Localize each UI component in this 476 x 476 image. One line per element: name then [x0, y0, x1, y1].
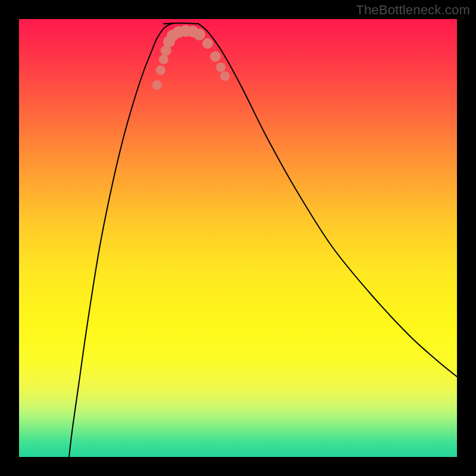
highlight-dot — [202, 38, 213, 49]
highlight-dot — [216, 62, 226, 72]
curve-group — [69, 23, 457, 457]
watermark-text: TheBottleneck.com — [356, 2, 470, 18]
highlight-dot — [152, 80, 162, 90]
highlight-dot — [159, 55, 168, 64]
marker-group — [152, 25, 230, 90]
chart-svg — [19, 19, 457, 457]
series-valley-floor — [164, 23, 198, 24]
highlight-dot — [193, 29, 205, 40]
chart-frame: TheBottleneck.com — [0, 0, 476, 476]
series-right-branch — [198, 23, 457, 377]
highlight-dot — [220, 71, 230, 81]
highlight-dot — [156, 65, 165, 75]
plot-area — [19, 19, 457, 457]
highlight-dot — [210, 51, 221, 62]
